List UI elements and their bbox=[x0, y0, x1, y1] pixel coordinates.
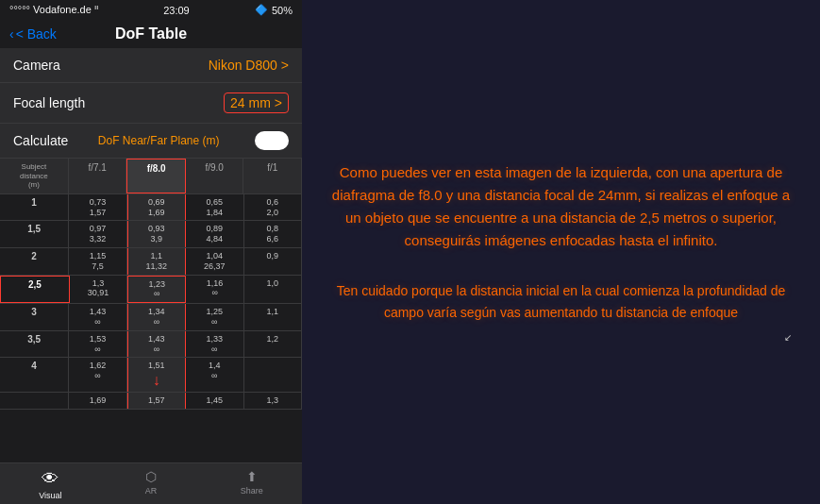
toggle-switch[interactable] bbox=[255, 131, 289, 150]
table-row: 1 0,731,57 0,691,69 0,651,84 0,62,0 bbox=[0, 194, 302, 222]
td-dist: 1 bbox=[0, 194, 69, 221]
td-val: 1,157,5 bbox=[69, 248, 126, 275]
right-panel: Como puedes ver en esta imagen de la izq… bbox=[302, 0, 820, 504]
camera-chevron-icon: > bbox=[281, 58, 289, 73]
table-row: 3,5 1,53∞ 1,43∞ 1,33∞ 1,2 bbox=[0, 331, 302, 359]
camera-setting-row[interactable]: Camera Nikon D800 > bbox=[0, 48, 302, 83]
focal-value: 24 mm > bbox=[224, 92, 289, 113]
th-f90: f/9.0 bbox=[186, 159, 244, 193]
td-dist bbox=[0, 393, 69, 409]
td-val: 0,86,6 bbox=[244, 221, 302, 247]
info-text-primary: Como puedes ver en esta imagen de la izq… bbox=[330, 161, 792, 252]
td-val-active: 1,111,32 bbox=[127, 248, 186, 275]
calculate-value: DoF Near/Far Plane (m) bbox=[98, 134, 220, 147]
td-dist-highlighted: 2,5 bbox=[0, 276, 70, 304]
camera-value-text: Nikon D800 bbox=[209, 58, 277, 73]
table-row: 1,5 0,973,32 0,933,9 0,894,84 0,86,6 bbox=[0, 221, 302, 248]
arrow-down-icon: ↓ bbox=[153, 371, 160, 389]
td-val-active: 1,57 bbox=[127, 393, 186, 409]
td-val: 1,0426,37 bbox=[186, 248, 243, 275]
calculate-row: Calculate DoF Near/Far Plane (m) bbox=[0, 124, 302, 159]
td-val: 1,25∞ bbox=[186, 304, 243, 330]
left-panel: °°°°° Vodafone.de ᐦ 23:09 🔷 50% ‹ < Back… bbox=[0, 0, 302, 504]
td-val: 1,53∞ bbox=[69, 331, 126, 358]
tab-visual[interactable]: 👁 Visual bbox=[0, 469, 101, 500]
table-row: 4 1,62∞ 1,51↓ 1,4∞ bbox=[0, 358, 302, 393]
focal-value-text: 24 mm bbox=[230, 95, 271, 110]
table-row: 2 1,157,5 1,111,32 1,0426,37 0,9 bbox=[0, 248, 302, 276]
td-val: 1,45 bbox=[186, 393, 243, 409]
td-val: 0,651,84 bbox=[186, 194, 243, 221]
td-val-highlighted: 1,23∞ bbox=[127, 276, 186, 304]
td-val: 0,973,32 bbox=[69, 221, 126, 247]
th-f71: f/7.1 bbox=[69, 159, 127, 193]
ar-icon: ⬡ bbox=[145, 469, 157, 484]
focal-label: Focal length bbox=[13, 95, 85, 110]
calculate-label: Calculate bbox=[13, 133, 68, 148]
td-val-active: 0,691,69 bbox=[127, 194, 186, 221]
cursor-dot: ↙ bbox=[784, 332, 792, 343]
td-val-active: 1,34∞ bbox=[127, 304, 186, 330]
td-val: 0,731,57 bbox=[69, 194, 126, 221]
table-row-highlighted: 2,5 1,330,91 1,23∞ 1,16∞ 1,0 bbox=[0, 276, 302, 305]
td-val: 1,0 bbox=[244, 276, 302, 304]
td-val-active: 1,51↓ bbox=[127, 358, 186, 392]
td-dist: 2 bbox=[0, 248, 69, 275]
th-f80[interactable]: f/8.0 bbox=[126, 159, 186, 193]
td-val: 1,4∞ bbox=[186, 358, 243, 392]
td-val: 1,69 bbox=[69, 393, 126, 409]
tab-bar: 👁 Visual ⬡ AR ⬆ Share bbox=[0, 462, 302, 504]
td-val: 1,33∞ bbox=[186, 331, 243, 358]
battery-text: 50% bbox=[272, 5, 293, 16]
td-val-active: 0,933,9 bbox=[127, 221, 186, 247]
table-row: 3 1,43∞ 1,34∞ 1,25∞ 1,1 bbox=[0, 304, 302, 331]
status-left: °°°°° Vodafone.de ᐦ bbox=[9, 4, 98, 16]
status-bar: °°°°° Vodafone.de ᐦ 23:09 🔷 50% bbox=[0, 0, 302, 20]
td-val: 0,9 bbox=[244, 248, 302, 275]
td-val-active: 1,43∞ bbox=[127, 331, 186, 358]
tab-ar[interactable]: ⬡ AR bbox=[101, 469, 202, 500]
td-dist: 3,5 bbox=[0, 331, 69, 358]
td-dist: 4 bbox=[0, 358, 69, 392]
info-text-secondary: Ten cuidado porque la distancia inicial … bbox=[330, 280, 792, 323]
table-header: Subjectdistance(m) f/7.1 f/8.0 f/9.0 f/1 bbox=[0, 159, 302, 194]
nav-bar: ‹ < Back DoF Table bbox=[0, 20, 302, 48]
back-button[interactable]: ‹ < Back bbox=[9, 26, 57, 42]
td-val: 1,62∞ bbox=[69, 358, 126, 392]
td-dist: 1,5 bbox=[0, 221, 69, 247]
camera-value: Nikon D800 > bbox=[209, 58, 289, 73]
table-row-last: 1,69 1,57 1,45 1,3 bbox=[0, 393, 302, 410]
td-val: 1,2 bbox=[244, 331, 302, 358]
td-val: 1,16∞ bbox=[186, 276, 243, 304]
tab-share-label: Share bbox=[241, 486, 263, 496]
share-icon: ⬆ bbox=[246, 469, 258, 484]
dof-table: Subjectdistance(m) f/7.1 f/8.0 f/9.0 f/1… bbox=[0, 159, 302, 462]
camera-label: Camera bbox=[13, 58, 60, 73]
td-val: 0,62,0 bbox=[244, 194, 302, 221]
time-text: 23:09 bbox=[163, 5, 190, 16]
tab-share[interactable]: ⬆ Share bbox=[201, 469, 302, 500]
carrier-text: °°°°° Vodafone.de ᐦ bbox=[9, 4, 98, 16]
td-val: 0,894,84 bbox=[186, 221, 243, 247]
focal-chevron-icon: > bbox=[275, 95, 282, 110]
td-val: 1,43∞ bbox=[69, 304, 126, 330]
td-val bbox=[244, 358, 302, 392]
visual-icon: 👁 bbox=[42, 469, 59, 489]
td-val: 1,1 bbox=[244, 304, 302, 330]
th-subject-dist: Subjectdistance(m) bbox=[0, 159, 69, 193]
td-dist: 3 bbox=[0, 304, 69, 330]
page-title: DoF Table bbox=[115, 25, 187, 42]
back-label: < Back bbox=[16, 26, 57, 42]
back-icon: ‹ bbox=[9, 26, 14, 42]
tab-visual-label: Visual bbox=[39, 491, 61, 500]
th-f1x: f/1 bbox=[243, 159, 302, 193]
focal-length-setting-row[interactable]: Focal length 24 mm > bbox=[0, 83, 302, 124]
bluetooth-icon: 🔷 bbox=[255, 4, 268, 16]
tab-ar-label: AR bbox=[145, 486, 158, 496]
td-val: 1,3 bbox=[244, 393, 302, 409]
table-body: 1 0,731,57 0,691,69 0,651,84 0,62,0 1,5 … bbox=[0, 194, 302, 410]
td-val: 1,330,91 bbox=[70, 276, 127, 304]
status-right: 🔷 50% bbox=[255, 4, 293, 16]
